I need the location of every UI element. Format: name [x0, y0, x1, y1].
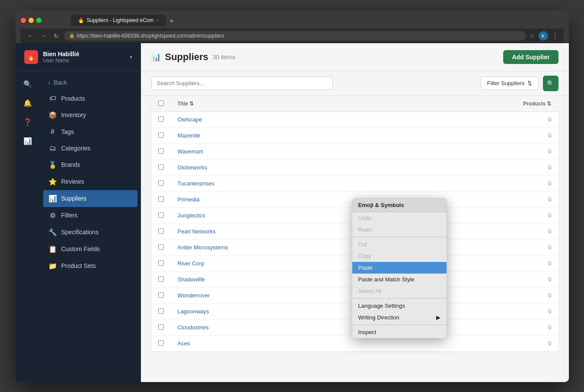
sidebar-item-custom-fields[interactable]: 📋 Custom Fields — [40, 241, 141, 258]
supplier-link-12[interactable]: Lagoonways — [178, 308, 209, 315]
notifications-rail-btn[interactable]: 🔔 — [20, 96, 35, 111]
filter-suppliers-btn[interactable]: Filter Suppliers ⇅ — [481, 76, 539, 90]
back-nav-btn[interactable]: ← — [26, 32, 35, 40]
sidebar-item-inventory[interactable]: 📦 Inventory — [40, 107, 141, 124]
supplier-products-cell: 0 — [405, 112, 558, 127]
row-checkbox-13[interactable] — [158, 324, 164, 330]
lock-icon: 🔒 — [69, 33, 74, 38]
back-label: Back — [54, 79, 67, 86]
back-nav-item[interactable]: ‹ Back — [40, 75, 141, 90]
select-all-checkbox[interactable] — [158, 100, 164, 106]
sidebar-item-filters[interactable]: ⚙ Filters — [40, 207, 141, 224]
products-column-header[interactable]: Products ⇅ — [405, 96, 558, 112]
tab-close-btn[interactable]: × — [156, 18, 159, 23]
profile-btn[interactable]: K — [539, 31, 548, 41]
bookmark-btn[interactable]: ☆ — [530, 32, 535, 39]
row-checkbox-0[interactable] — [158, 116, 164, 122]
toolbar: Filter Suppliers ⇅ 🔍 — [141, 71, 569, 96]
row-checkbox-9[interactable] — [158, 260, 164, 266]
address-bar[interactable]: 🔒 https://bien-habillie-606338.shoplight… — [64, 31, 526, 41]
context-menu-paste-match[interactable]: Paste and Match Style — [352, 274, 447, 285]
supplier-link-1[interactable]: Mazenite — [178, 132, 201, 139]
row-checkbox-5[interactable] — [158, 196, 164, 202]
sidebar-item-suppliers[interactable]: 📊 Suppliers — [43, 190, 137, 207]
icon-rail: 🔍 🔔 ❓ 📊 — [16, 71, 40, 382]
row-checkbox-cell — [151, 159, 171, 175]
context-menu-writing-dir[interactable]: Writing Direction ▶ — [352, 312, 447, 323]
context-menu-paste[interactable]: Paste — [352, 262, 447, 274]
supplier-link-5[interactable]: Primedia — [178, 196, 200, 203]
supplier-link-3[interactable]: Globeworks — [178, 164, 207, 171]
row-checkbox-10[interactable] — [158, 276, 164, 282]
row-checkbox-1[interactable] — [158, 132, 164, 138]
sidebar-item-specifications[interactable]: 🔧 Specifications — [40, 224, 141, 241]
row-checkbox-11[interactable] — [158, 292, 164, 298]
sidebar-item-product-sets[interactable]: 📁 Product Sets — [40, 258, 141, 274]
reports-rail-btn[interactable]: 📊 — [20, 134, 35, 149]
specifications-icon: 🔧 — [48, 228, 57, 236]
supplier-link-4[interactable]: Tucanterprises — [178, 180, 215, 187]
row-checkbox-3[interactable] — [158, 164, 164, 170]
select-all-header — [151, 96, 171, 112]
sidebar-item-reviews[interactable]: ⭐ Reviews — [40, 173, 141, 190]
refresh-btn[interactable]: ↻ — [52, 32, 61, 40]
row-checkbox-7[interactable] — [158, 228, 164, 234]
brand-username: User Name — [43, 57, 124, 64]
supplier-link-9[interactable]: River Corp — [178, 260, 204, 267]
table-row: Tucanterprises 0 — [151, 175, 558, 191]
context-menu-select-all: Select All — [352, 285, 447, 297]
row-checkbox-2[interactable] — [158, 148, 164, 154]
sidebar-item-tags[interactable]: # Tags — [40, 124, 141, 140]
supplier-link-14[interactable]: Aces — [178, 340, 190, 347]
context-menu-header: Emoji & Symbols — [352, 198, 447, 212]
browser-menu-btn[interactable]: ⋮ — [552, 32, 558, 40]
row-checkbox-14[interactable] — [158, 340, 164, 346]
search-icon: 🔍 — [547, 80, 554, 87]
supplier-link-2[interactable]: Wavemart — [178, 148, 203, 155]
supplier-title-cell: Owlscape — [171, 112, 405, 127]
minimize-traffic-light[interactable] — [29, 18, 34, 23]
tab-favicon: 🔥 — [78, 17, 84, 23]
title-column-header[interactable]: Title ⇅ — [171, 96, 405, 112]
sidebar-item-label: Products — [61, 95, 85, 102]
row-checkbox-cell — [151, 303, 171, 319]
row-checkbox-4[interactable] — [158, 180, 164, 186]
sidebar-item-categories[interactable]: 🗂 Categories — [40, 140, 141, 156]
filter-label: Filter Suppliers — [487, 80, 525, 86]
categories-icon: 🗂 — [48, 144, 57, 152]
supplier-link-10[interactable]: Shadowlife — [178, 276, 205, 283]
row-checkbox-12[interactable] — [158, 308, 164, 314]
add-supplier-button[interactable]: Add Supplier — [503, 50, 558, 64]
tab-title: Suppliers - Lightspeed eCom — [87, 17, 154, 23]
active-tab[interactable]: 🔥 Suppliers - Lightspeed eCom × — [71, 15, 166, 26]
row-checkbox-6[interactable] — [158, 212, 164, 218]
context-menu-inspect[interactable]: Inspect — [352, 326, 447, 338]
supplier-title-cell: Wavemart — [171, 143, 405, 159]
sidebar-item-brands[interactable]: 🏅 Brands — [40, 156, 141, 173]
supplier-link-13[interactable]: Cloudustries — [178, 324, 209, 331]
forward-nav-btn[interactable]: → — [39, 32, 48, 40]
supplier-link-6[interactable]: Junglectics — [178, 212, 205, 219]
context-menu-copy: Copy — [352, 250, 447, 262]
sidebar-item-products[interactable]: 🏷 Products — [40, 90, 141, 107]
context-menu-language[interactable]: Language Settings — [352, 300, 447, 312]
context-menu-sep-2 — [352, 298, 447, 299]
row-checkbox-cell — [151, 271, 171, 287]
row-checkbox-8[interactable] — [158, 244, 164, 250]
search-rail-btn[interactable]: 🔍 — [20, 76, 35, 92]
help-rail-btn[interactable]: ❓ — [20, 115, 35, 130]
brand-chevron-icon[interactable]: ▾ — [130, 54, 132, 60]
new-tab-btn[interactable]: + — [167, 17, 177, 26]
supplier-link-8[interactable]: Antler Microsystems — [178, 244, 228, 251]
supplier-link-7[interactable]: Pearl Networks — [178, 228, 216, 235]
page-title-area: 📊 Suppliers 30 items — [151, 51, 236, 63]
supplier-link-0[interactable]: Owlscape — [178, 116, 202, 123]
main-content: 📊 Suppliers 30 items Add Supplier Filter… — [141, 43, 569, 382]
search-submit-btn[interactable]: 🔍 — [543, 76, 558, 91]
search-input[interactable] — [151, 76, 333, 90]
maximize-traffic-light[interactable] — [36, 18, 41, 23]
sidebar-item-label: Categories — [61, 145, 91, 152]
close-traffic-light[interactable] — [21, 18, 26, 23]
context-menu[interactable]: Emoji & Symbols Undo Redo Cut Copy Paste… — [352, 198, 447, 338]
supplier-link-11[interactable]: Wonderrover — [178, 292, 210, 299]
